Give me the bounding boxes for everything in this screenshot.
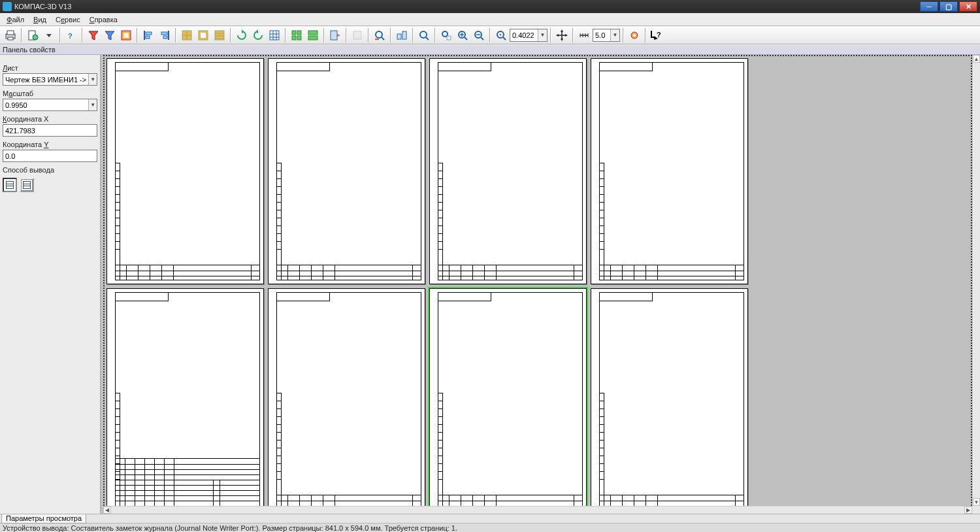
zoom-out-icon[interactable] xyxy=(471,27,487,43)
svg-rect-34 xyxy=(397,34,401,39)
scroll-right-icon[interactable]: ▶ xyxy=(964,507,972,514)
svg-line-37 xyxy=(426,37,429,40)
zoom-target-icon[interactable] xyxy=(493,27,509,43)
print-icon[interactable] xyxy=(3,27,18,43)
layout3-icon[interactable] xyxy=(212,27,227,43)
minimize-button[interactable]: ─ xyxy=(920,1,938,12)
sheet-dropdown-icon[interactable]: ▼ xyxy=(88,74,97,85)
page-thumbnail[interactable] xyxy=(268,288,425,514)
page-thumbnail-selected[interactable] xyxy=(429,288,587,514)
layout2-icon[interactable] xyxy=(195,27,211,43)
zoom-dropdown-icon[interactable]: ▼ xyxy=(538,29,547,41)
sheet-combo[interactable]: ▼ xyxy=(3,73,97,86)
scale-input[interactable] xyxy=(3,100,88,110)
svg-rect-27 xyxy=(308,36,318,40)
pan-icon[interactable] xyxy=(554,27,570,43)
page-thumbnail[interactable] xyxy=(106,288,264,514)
context-help-icon[interactable]: ? xyxy=(649,27,664,43)
page-thumbnail[interactable] xyxy=(268,58,425,284)
ruler-icon[interactable] xyxy=(576,27,592,43)
filter-red-icon[interactable] xyxy=(86,27,101,43)
zoom-reset-icon[interactable] xyxy=(372,27,387,43)
step-input[interactable] xyxy=(593,30,610,41)
menu-help[interactable]: Справка xyxy=(86,14,122,25)
zoom-input[interactable] xyxy=(510,30,538,41)
orange-gear-icon[interactable] xyxy=(118,27,134,43)
coordy-input[interactable] xyxy=(3,151,97,161)
close-button[interactable]: ✕ xyxy=(959,1,977,12)
maximize-button[interactable]: ▢ xyxy=(939,1,958,12)
snap-icon[interactable] xyxy=(394,27,410,43)
align-right-icon[interactable] xyxy=(157,27,172,43)
step-combo[interactable]: ▼ xyxy=(593,29,620,42)
page-thumbnail[interactable] xyxy=(591,58,748,284)
page-thumbnail[interactable] xyxy=(429,58,587,284)
coordx-field[interactable] xyxy=(3,124,97,137)
page-setup-icon[interactable] xyxy=(25,27,41,43)
disabled1-icon xyxy=(350,27,365,43)
scale-combo[interactable]: ▼ xyxy=(3,99,97,111)
status-text: Устройство вывода: Составитель заметок ж… xyxy=(3,524,457,532)
svg-line-41 xyxy=(465,37,467,40)
output-mode-2[interactable] xyxy=(20,178,34,192)
sheet-input[interactable] xyxy=(3,75,88,85)
svg-rect-11 xyxy=(146,36,150,39)
svg-point-31 xyxy=(376,31,382,38)
menu-file[interactable]: Файл xyxy=(3,14,28,25)
zoom-fit-icon[interactable] xyxy=(416,27,432,43)
page-thumbnail[interactable] xyxy=(106,58,264,284)
print-preview-viewport[interactable] xyxy=(103,55,972,506)
scroll-left-icon[interactable]: ◀ xyxy=(103,507,111,514)
svg-marker-47 xyxy=(561,29,563,32)
coordx-input[interactable] xyxy=(3,125,97,136)
filter-blue-icon[interactable] xyxy=(102,27,118,43)
layout1-icon[interactable] xyxy=(179,27,195,43)
step-dropdown-icon[interactable]: ▼ xyxy=(610,29,619,41)
svg-line-43 xyxy=(481,37,483,40)
svg-marker-29 xyxy=(337,34,340,37)
svg-rect-8 xyxy=(123,33,129,38)
svg-line-32 xyxy=(382,37,384,40)
svg-point-52 xyxy=(633,34,636,37)
output-label: Способ вывода xyxy=(3,166,97,174)
tile-green2-icon[interactable] xyxy=(305,27,321,43)
scale-label: Масштаб xyxy=(3,90,97,97)
svg-text:?: ? xyxy=(657,31,661,39)
coordy-field[interactable] xyxy=(3,150,97,162)
svg-rect-22 xyxy=(292,31,296,35)
page-thumbnail[interactable] xyxy=(591,288,748,514)
menu-view[interactable]: Вид xyxy=(29,14,50,25)
settings-gear-icon[interactable] xyxy=(627,27,642,43)
rotate-ccw-icon[interactable] xyxy=(250,27,266,43)
page-dropdown-icon[interactable] xyxy=(41,27,57,43)
zoom-combo[interactable]: ▼ xyxy=(510,29,547,42)
svg-rect-13 xyxy=(161,32,167,35)
window-buttons: ─ ▢ ✕ xyxy=(920,1,977,12)
horizontal-scrollbar[interactable]: ◀ ▶ xyxy=(103,506,972,514)
output-mode-1[interactable] xyxy=(3,178,17,192)
vertical-scrollbar[interactable]: ▲ ▼ xyxy=(972,55,980,506)
svg-rect-10 xyxy=(146,32,152,35)
tab-preview-params[interactable]: Параметры просмотра xyxy=(1,514,86,524)
svg-rect-2 xyxy=(8,37,13,40)
scroll-up-icon[interactable]: ▲ xyxy=(973,55,980,63)
help-icon[interactable]: ? xyxy=(63,27,79,43)
zoom-window-icon[interactable] xyxy=(438,27,454,43)
scale-dropdown-icon[interactable]: ▼ xyxy=(88,99,97,110)
grid-icon[interactable] xyxy=(267,27,282,43)
rotate-cw-icon[interactable] xyxy=(234,27,250,43)
svg-rect-35 xyxy=(402,31,406,39)
titlebar: КОМПАС-3D V13 ─ ▢ ✕ xyxy=(0,0,980,13)
svg-rect-14 xyxy=(163,36,167,39)
properties-panel: Лист ▼ Масштаб ▼ Координата X Координата… xyxy=(0,55,101,514)
tile-green1-icon[interactable] xyxy=(289,27,304,43)
app-title: КОМПАС-3D V13 xyxy=(14,3,71,10)
scroll-down-icon[interactable]: ▼ xyxy=(973,498,980,506)
align-left-icon[interactable] xyxy=(140,27,156,43)
svg-rect-9 xyxy=(144,31,145,40)
zoom-in-icon[interactable] xyxy=(455,27,470,43)
move-out-icon[interactable] xyxy=(327,27,343,43)
svg-marker-5 xyxy=(46,34,52,37)
svg-rect-24 xyxy=(292,36,296,40)
menu-service[interactable]: Сервис xyxy=(52,14,84,25)
